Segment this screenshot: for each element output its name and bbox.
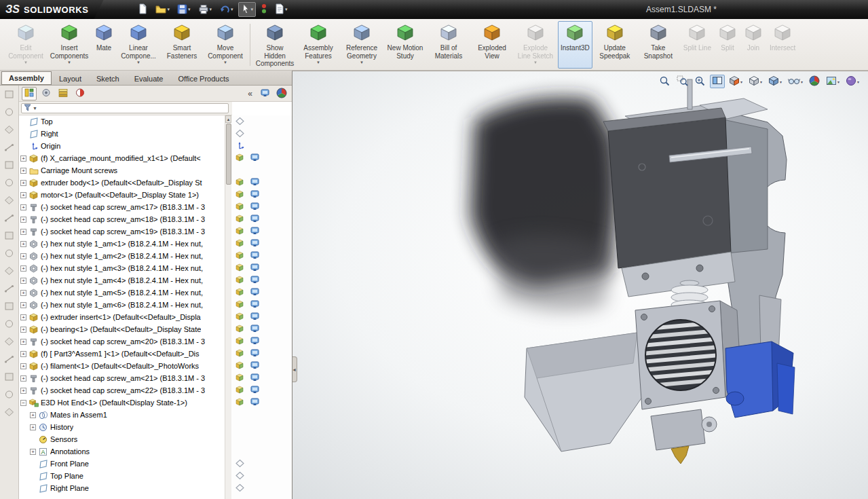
tree-item-top[interactable]: Top <box>19 115 225 128</box>
display-component-icon[interactable] <box>235 202 244 212</box>
undo-button[interactable]: ▾ <box>216 2 236 17</box>
display-state-icon[interactable] <box>250 325 259 334</box>
display-state-icon[interactable] <box>250 398 259 407</box>
tree-item-hex-nut-style-1-am-4-b[interactable]: +(-) hex nut style 1_am<4> (B18.2.4.1M -… <box>19 274 225 287</box>
display-state-icon[interactable] <box>250 312 259 322</box>
display-component-icon[interactable] <box>235 153 244 163</box>
view-settings-button[interactable]: ▾ <box>844 75 861 88</box>
filter-dropdown-caret[interactable]: ▼ <box>33 106 37 111</box>
display-state-icon[interactable] <box>250 153 259 163</box>
display-plane-icon[interactable] <box>235 117 244 127</box>
expand-toggle[interactable]: + <box>20 351 26 357</box>
dropdown-caret[interactable]: ▾ <box>740 79 742 84</box>
tree-item-socket-head-cap-screw-am[interactable]: +(-) socket head cap screw_am<22> (B18.3… <box>19 384 225 396</box>
display-plane-icon[interactable] <box>235 483 244 494</box>
display-origin-icon[interactable] <box>235 141 244 151</box>
display-component-icon[interactable] <box>235 190 244 200</box>
ribbon-button-bill-of-materials[interactable]: Bill of Materials <box>428 21 470 69</box>
display-component-icon[interactable] <box>235 215 244 224</box>
display-component-icon[interactable] <box>235 178 244 187</box>
display-component-icon[interactable] <box>235 239 244 248</box>
expand-toggle[interactable]: + <box>20 290 26 296</box>
ribbon-button-instant3d[interactable]: Instant3D <box>558 21 592 69</box>
left-toolbar-button-16[interactable] <box>3 354 16 365</box>
tree-item-e3d-hot-end-1-default-disp[interactable]: −E3D Hot End<1> (Default<Display State-1… <box>19 396 225 409</box>
tree-item-socket-head-cap-screw-am[interactable]: +(-) socket head cap screw_am<19> (B18.3… <box>19 225 225 238</box>
tab-office-products[interactable]: Office Products <box>170 71 236 85</box>
display-pane-visibility-column-header[interactable] <box>257 87 272 100</box>
display-pane-toggle-button[interactable] <box>710 75 725 88</box>
expand-toggle[interactable]: + <box>20 180 26 186</box>
ribbon-button-mate[interactable]: Mate <box>92 21 116 69</box>
tree-item-socket-head-cap-screw-am[interactable]: +(-) socket head cap screw_am<21> (B18.3… <box>19 372 225 384</box>
display-component-icon[interactable] <box>235 312 244 322</box>
expand-toggle[interactable]: + <box>20 363 26 369</box>
dropdown-caret[interactable]: ▼ <box>67 60 71 64</box>
left-toolbar-button-14[interactable] <box>3 318 16 330</box>
rebuild-button[interactable] <box>258 2 270 17</box>
left-toolbar-button-2[interactable] <box>3 107 16 118</box>
tab-layout[interactable]: Layout <box>52 71 89 85</box>
display-component-icon[interactable] <box>235 251 244 261</box>
display-state-icon[interactable] <box>250 361 259 371</box>
select-button[interactable]: ▾ <box>238 2 257 17</box>
ribbon-button-show-hidden-components[interactable]: Show Hidden Components <box>254 21 296 69</box>
display-state-icon[interactable] <box>250 300 259 310</box>
dropdown-caret[interactable]: ▾ <box>837 79 839 84</box>
graphics-viewport[interactable]: ▾▾▾▾▾▾ ◄ <box>292 71 868 499</box>
display-state-icon[interactable] <box>250 227 259 236</box>
tree-item-hex-nut-style-1-am-6-b[interactable]: +(-) hex nut style 1_am<6> (B18.2.4.1M -… <box>19 299 225 311</box>
ribbon-button-update-speedpak[interactable]: Update Speedpak <box>594 21 636 69</box>
display-state-icon[interactable] <box>250 337 259 346</box>
tree-item-history[interactable]: +History <box>19 421 225 433</box>
tree-item-f-part3-assem1-1-def[interactable]: +(f) [ Part3^Assem1 ]<1> (Default<<Defau… <box>19 348 225 360</box>
expand-toggle[interactable]: + <box>30 424 36 430</box>
ribbon-button-assembly-features[interactable]: Assembly Features▼ <box>297 21 339 69</box>
display-pane-appearance-column-header[interactable] <box>274 87 289 100</box>
tree-filter-input[interactable]: ▼ <box>21 103 229 113</box>
hide-show-items-button[interactable]: ▾ <box>786 75 805 88</box>
display-state-icon[interactable] <box>250 373 259 383</box>
tree-item-extruder-body-1-default-d[interactable]: +extruder body<1> (Default<<Default>_Dis… <box>19 177 225 189</box>
ribbon-button-new-motion-study[interactable]: New Motion Study <box>384 21 426 69</box>
zoom-to-fit-button[interactable] <box>657 75 673 88</box>
display-pane-collapse-button[interactable]: « <box>245 89 255 98</box>
expand-toggle[interactable]: + <box>20 339 26 345</box>
left-toolbar-button-8[interactable] <box>3 212 16 224</box>
ribbon-button-take-snapshot[interactable]: Take Snapshot <box>637 21 679 69</box>
dropdown-caret[interactable]: ▾ <box>231 7 233 12</box>
display-component-icon[interactable] <box>235 386 244 395</box>
magnified-selection-button[interactable] <box>692 75 708 88</box>
dropdown-caret[interactable]: ▼ <box>136 60 140 64</box>
tree-item-mates-in-assem1[interactable]: +Mates in Assem1 <box>19 409 225 421</box>
display-state-icon[interactable] <box>250 215 259 224</box>
tree-item-top-plane[interactable]: Top Plane <box>19 470 225 482</box>
dropdown-caret[interactable]: ▾ <box>285 7 288 12</box>
tree-item-annotations[interactable]: +AAnnotations <box>19 445 225 458</box>
tree-item-hex-nut-style-1-am-5-b[interactable]: +(-) hex nut style 1_am<5> (B18.2.4.1M -… <box>19 287 225 299</box>
left-toolbar-button-15[interactable] <box>3 336 16 348</box>
tree-item-motor-1-default-default[interactable]: +motor<1> (Default<<Default>_Display Sta… <box>19 189 225 201</box>
expand-toggle[interactable]: + <box>20 217 26 223</box>
left-toolbar-button-7[interactable] <box>3 195 16 206</box>
display-component-icon[interactable] <box>235 398 244 407</box>
ribbon-button-move-component[interactable]: Move Component▼ <box>204 21 246 69</box>
left-toolbar-button-1[interactable] <box>3 89 16 100</box>
display-style-button[interactable]: ▾ <box>766 75 784 88</box>
tree-item-origin[interactable]: Origin <box>19 140 225 152</box>
edit-appearance-button[interactable] <box>807 75 822 88</box>
tree-scrollbar[interactable]: ▲ <box>225 115 231 499</box>
tree-item-right-plane[interactable]: Right Plane <box>19 482 225 494</box>
display-component-icon[interactable] <box>235 300 244 310</box>
expand-toggle[interactable]: + <box>20 302 26 308</box>
tree-item-socket-head-cap-screw-am[interactable]: +(-) socket head cap screw_am<17> (B18.3… <box>19 201 225 213</box>
ribbon-button-insert-components[interactable]: Insert Components▼ <box>48 21 90 69</box>
section-view-button[interactable]: ▾ <box>727 75 744 88</box>
expand-toggle[interactable]: + <box>20 204 26 210</box>
expand-toggle[interactable]: + <box>20 314 26 320</box>
display-state-icon[interactable] <box>250 349 259 358</box>
left-toolbar-button-18[interactable] <box>3 389 16 401</box>
left-toolbar-button-4[interactable] <box>3 142 16 153</box>
tab-evaluate[interactable]: Evaluate <box>127 71 171 85</box>
expand-toggle[interactable]: + <box>20 388 26 394</box>
